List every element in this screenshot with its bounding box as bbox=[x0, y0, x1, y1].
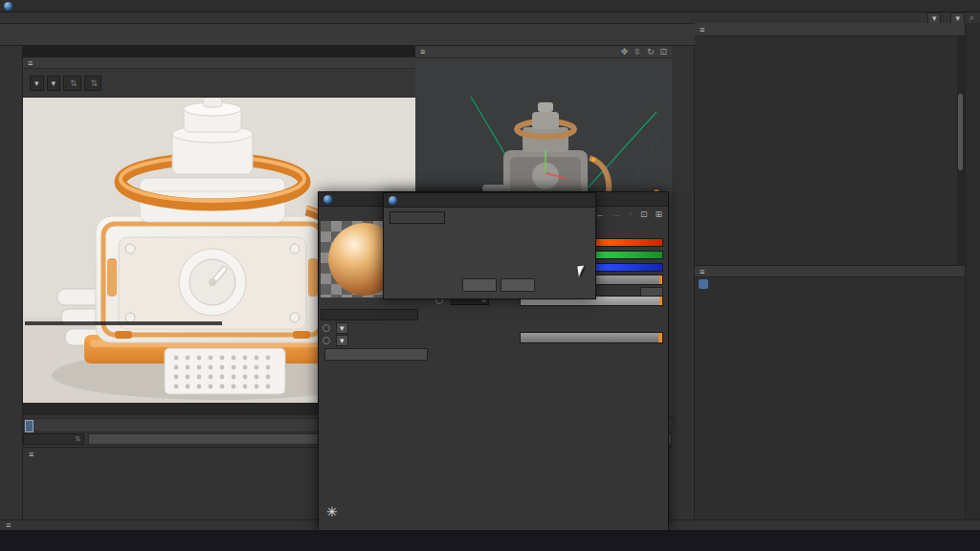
viewport-maximize-icon[interactable]: ⊡ bbox=[659, 47, 667, 56]
object-manager-scrollbar[interactable] bbox=[957, 36, 965, 277]
region-spinner[interactable]: ⇅ bbox=[63, 76, 81, 91]
current-color-swatch bbox=[390, 211, 445, 224]
left-mode-toolbar bbox=[0, 46, 23, 519]
material-type-dropdown[interactable]: ▾ bbox=[336, 322, 348, 334]
node-space-dropdown[interactable]: ▾ bbox=[927, 12, 942, 24]
kernel-dropdown[interactable]: ▾ bbox=[47, 76, 61, 91]
viewport-pan-icon[interactable]: ✥ bbox=[621, 47, 629, 56]
current-frame-field[interactable]: ⇅ bbox=[23, 433, 84, 445]
octane-viewer-tabbar bbox=[23, 46, 415, 57]
object-manager-tree bbox=[695, 36, 957, 277]
brdf-mode-row: ▾ bbox=[323, 335, 348, 346]
material-editor-nav: ← → ↑ ⊡ ⊞ bbox=[595, 209, 662, 219]
brdf-dropdown[interactable]: ▾ bbox=[336, 335, 348, 346]
window-titlebar bbox=[0, 0, 980, 12]
back-icon[interactable]: ← bbox=[595, 209, 604, 219]
scale-spinner[interactable]: ⇅ bbox=[84, 76, 102, 91]
attribute-object-title bbox=[699, 279, 712, 289]
display-mode-dropdown[interactable]: ▾ bbox=[30, 76, 44, 91]
forward-icon[interactable]: → bbox=[612, 209, 620, 219]
interface-dropdown[interactable]: ▾ bbox=[950, 12, 965, 24]
viewport-menubar: ≡ ✥ ⇳ ↻ ⊡ bbox=[415, 46, 672, 58]
new-window-icon[interactable]: ⊞ bbox=[655, 209, 662, 219]
desktop: ▾ ▾ ⌕ ≡ ▾ ▾ ⇅ ⇅ bbox=[0, 0, 980, 551]
octane-viewer-toolbar: ▾ ▾ ⇅ ⇅ bbox=[23, 69, 415, 98]
color-picker-titlebar[interactable] bbox=[384, 193, 595, 208]
node-editor-button[interactable] bbox=[324, 348, 428, 361]
timeline-scrubber[interactable] bbox=[25, 420, 33, 432]
viewport-zoom-icon[interactable]: ⇳ bbox=[634, 47, 641, 56]
cancel-button[interactable] bbox=[501, 278, 535, 292]
material-type-row: ▾ bbox=[323, 322, 348, 334]
hamburger-icon[interactable]: ≡ bbox=[28, 58, 33, 68]
taskbar-clock[interactable] bbox=[972, 536, 980, 545]
octane-vram-overlay bbox=[25, 321, 222, 325]
cinema4d-logo-icon bbox=[323, 195, 332, 204]
secondary-slider[interactable] bbox=[520, 332, 663, 343]
right-panel: ≡ ≡ bbox=[695, 23, 965, 519]
hamburger-icon[interactable]: ≡ bbox=[29, 450, 33, 459]
windows-taskbar bbox=[0, 530, 980, 551]
color-picker-window bbox=[383, 192, 596, 299]
side-tab-strip bbox=[965, 23, 980, 519]
hamburger-icon[interactable]: ≡ bbox=[700, 25, 704, 34]
octane-logo-icon: ✳ bbox=[326, 504, 338, 519]
lock-icon[interactable]: ⊡ bbox=[640, 209, 648, 219]
cinema4d-logo-icon bbox=[4, 2, 12, 11]
cinema4d-logo-icon bbox=[389, 196, 397, 205]
viewport-rotate-icon[interactable]: ↻ bbox=[647, 47, 655, 56]
hamburger-icon: ≡ bbox=[6, 520, 11, 530]
octane-viewer-menubar: ≡ bbox=[23, 57, 415, 69]
attribute-manager-menubar: ≡ bbox=[695, 265, 965, 277]
layout-search-icon[interactable]: ⌕ bbox=[969, 12, 974, 23]
pipe-object-icon bbox=[699, 279, 708, 289]
hamburger-icon[interactable]: ≡ bbox=[420, 47, 425, 56]
mouse-cursor bbox=[577, 266, 585, 277]
material-search-field[interactable] bbox=[321, 309, 418, 320]
ok-button[interactable] bbox=[462, 278, 497, 292]
octane-sidebar-toolbar bbox=[672, 46, 695, 519]
up-icon[interactable]: ↑ bbox=[628, 209, 633, 219]
object-manager-menubar: ≡ bbox=[695, 23, 965, 36]
hamburger-icon[interactable]: ≡ bbox=[700, 267, 704, 276]
